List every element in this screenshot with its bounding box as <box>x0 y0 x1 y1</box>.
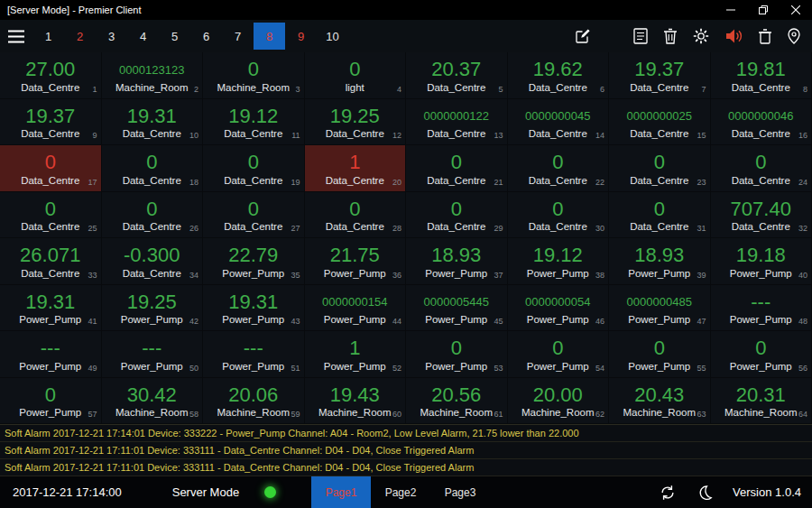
grid-tile[interactable]: 19.12 Data_Centre 11 <box>203 99 305 146</box>
toolbar-tab[interactable]: 2 <box>64 23 96 50</box>
edit-button[interactable] <box>575 28 591 44</box>
toolbar-tab[interactable]: 1 <box>32 23 64 50</box>
grid-tile[interactable]: 0 Data_Centre 31 <box>609 192 711 239</box>
grid-tile[interactable]: 20.56 Machine_Room 61 <box>406 378 508 425</box>
sync-button[interactable] <box>659 485 677 501</box>
grid-tile[interactable]: 0000000054 Power_Pump 46 <box>508 285 610 332</box>
toolbar: 12345678910 <box>0 20 812 52</box>
grid-tile[interactable]: --- Power_Pump 50 <box>102 331 204 378</box>
toolbar-tab[interactable]: 4 <box>127 23 159 50</box>
tile-footer: Data_Centre 7 <box>609 79 710 95</box>
grid-tile[interactable]: --- Power_Pump 48 <box>711 285 812 332</box>
grid-tile[interactable]: 27.00 Data_Centre 1 <box>0 52 102 99</box>
tile-footer: Data_Centre 6 <box>508 79 609 95</box>
minimize-button[interactable] <box>715 0 747 20</box>
grid-tile[interactable]: 0 Power_Pump 54 <box>508 331 610 378</box>
alarm-row[interactable]: Soft Alarm 2017-12-21 17:11:01 Device: 3… <box>0 442 812 459</box>
toolbar-tab[interactable]: 8 <box>254 23 285 50</box>
grid-tile[interactable]: 21.75 Power_Pump 36 <box>305 238 407 285</box>
maximize-button[interactable] <box>747 0 780 20</box>
toolbar-tab[interactable]: 3 <box>96 23 127 50</box>
alarm-row[interactable]: Soft Alarm 2017-12-21 17:11:01 Device: 3… <box>0 459 812 476</box>
grid-tile[interactable]: 20.31 Machine_Room 64 <box>711 378 812 425</box>
grid-tile[interactable]: 0000000154 Power_Pump 44 <box>305 285 407 332</box>
grid-tile[interactable]: 19.81 Data_Centre 8 <box>711 52 812 99</box>
settings-button[interactable] <box>693 28 709 44</box>
mute-button[interactable] <box>724 28 743 44</box>
grid-tile[interactable]: --- Power_Pump 51 <box>203 331 305 378</box>
grid-tile[interactable]: -0.300 Data_Centre 34 <box>102 238 204 285</box>
grid-tile[interactable]: 1 Power_Pump 52 <box>305 331 407 378</box>
grid-tile[interactable]: 0 Data_Centre 29 <box>406 192 508 239</box>
grid-tile[interactable]: 0 Data_Centre 27 <box>203 192 305 239</box>
grid-tile[interactable]: 20.00 Machine_Room 62 <box>508 378 610 425</box>
grid-tile[interactable]: --- Power_Pump 49 <box>0 331 102 378</box>
grid-tile[interactable]: 0 Power_Pump 57 <box>0 378 102 425</box>
grid-tile[interactable]: 0 Power_Pump 53 <box>406 331 508 378</box>
grid-tile[interactable]: 0 Power_Pump 56 <box>711 331 812 378</box>
grid-tile[interactable]: 0000000045 Data_Centre 14 <box>508 99 610 146</box>
grid-tile[interactable]: 20.43 Machine_Room 63 <box>609 378 711 425</box>
grid-tile[interactable]: 0 Data_Centre 28 <box>305 192 407 239</box>
grid-tile[interactable]: 1 Data_Centre 20 <box>305 145 407 192</box>
grid-tile[interactable]: 26.071 Data_Centre 33 <box>0 238 102 285</box>
toolbar-tab[interactable]: 10 <box>317 23 348 50</box>
grid-tile[interactable]: 19.37 Data_Centre 7 <box>609 52 711 99</box>
grid-tile[interactable]: 0 Data_Centre 30 <box>508 192 610 239</box>
toolbar-tab[interactable]: 7 <box>222 23 254 50</box>
page-tab[interactable]: Page2 <box>371 476 430 508</box>
tile-label: Machine_Room <box>724 407 798 418</box>
toolbar-tab[interactable]: 6 <box>190 23 222 50</box>
menu-button[interactable] <box>0 30 32 43</box>
page-tab[interactable]: Page1 <box>311 476 371 508</box>
grid-tile[interactable]: 19.31 Power_Pump 43 <box>203 285 305 332</box>
grid-tile[interactable]: 0 Machine_Room 3 <box>203 52 305 99</box>
grid-tile[interactable]: 0 Data_Centre 17 <box>0 145 102 192</box>
grid-tile[interactable]: 0 Data_Centre 21 <box>406 145 508 192</box>
grid-tile[interactable]: 0 Data_Centre 26 <box>102 192 204 239</box>
grid-tile[interactable]: 19.31 Power_Pump 41 <box>0 285 102 332</box>
grid-tile[interactable]: 0 Data_Centre 19 <box>203 145 305 192</box>
close-button[interactable] <box>780 0 812 20</box>
tile-index: 11 <box>291 131 300 140</box>
grid-tile[interactable]: 19.12 Power_Pump 38 <box>508 238 610 285</box>
grid-tile[interactable]: 19.62 Data_Centre 6 <box>508 52 610 99</box>
grid-tile[interactable]: 0 Data_Centre 24 <box>711 145 812 192</box>
grid-tile[interactable]: 19.31 Data_Centre 10 <box>102 99 204 146</box>
grid-tile[interactable]: 22.79 Power_Pump 35 <box>203 238 305 285</box>
clear-alarms-button[interactable] <box>758 28 772 44</box>
grid-tile[interactable]: 0000123123 Machine_Room 2 <box>102 52 204 99</box>
alarm-row[interactable]: Soft Alarm 2017-12-21 17:14:01 Device: 3… <box>0 425 812 442</box>
grid-tile[interactable]: 19.25 Data_Centre 12 <box>305 99 407 146</box>
toolbar-tab[interactable]: 5 <box>159 23 190 50</box>
grid-tile[interactable]: 707.40 Data_Centre 32 <box>711 192 812 239</box>
grid-tile[interactable]: 19.37 Data_Centre 9 <box>0 99 102 146</box>
grid-tile[interactable]: 19.25 Power_Pump 42 <box>102 285 204 332</box>
night-mode-button[interactable] <box>697 485 713 501</box>
grid-tile[interactable]: 20.06 Machine_Room 59 <box>203 378 305 425</box>
grid-tile[interactable]: 0 Data_Centre 23 <box>609 145 711 192</box>
grid-tile[interactable]: 18.93 Power_Pump 39 <box>609 238 711 285</box>
grid-tile[interactable]: 0000000122 Data_Centre 13 <box>406 99 508 146</box>
grid-tile[interactable]: 20.37 Data_Centre 5 <box>406 52 508 99</box>
grid-tile[interactable]: 0 Data_Centre 18 <box>102 145 204 192</box>
location-button[interactable] <box>788 28 800 44</box>
grid-tile[interactable]: 18.93 Power_Pump 37 <box>406 238 508 285</box>
grid-tile[interactable]: 0 Data_Centre 22 <box>508 145 610 192</box>
grid-tile[interactable]: 0 light 4 <box>305 52 407 99</box>
grid-tile[interactable]: 0000000025 Data_Centre 15 <box>609 99 711 146</box>
grid-tile[interactable]: 30.42 Machine_Room 58 <box>102 378 204 425</box>
grid-tile[interactable]: 0000000485 Power_Pump 47 <box>609 285 711 332</box>
delete-button[interactable] <box>663 28 678 44</box>
grid-tile[interactable]: 0 Power_Pump 55 <box>609 331 711 378</box>
grid-tile[interactable]: 0 Data_Centre 25 <box>0 192 102 239</box>
note-button[interactable] <box>633 28 648 44</box>
grid-tile[interactable]: 0000000046 Data_Centre 16 <box>711 99 812 146</box>
grid-tile[interactable]: 0000005445 Power_Pump 45 <box>406 285 508 332</box>
grid-tile[interactable]: 19.18 Power_Pump 40 <box>711 238 812 285</box>
tile-footer: Power_Pump 53 <box>406 357 507 374</box>
grid-tile[interactable]: 19.43 Machine_Room 60 <box>305 378 407 425</box>
toolbar-tab[interactable]: 9 <box>285 23 317 50</box>
page-tab[interactable]: Page3 <box>430 476 490 508</box>
tile-index: 36 <box>392 271 401 280</box>
